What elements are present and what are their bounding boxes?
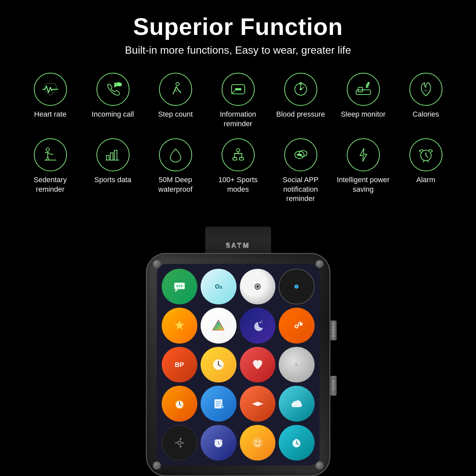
svg-marker-51 <box>213 320 224 330</box>
app-dot-blue[interactable] <box>279 269 315 305</box>
incoming-call-icon: XXX <box>104 81 122 98</box>
app-messages[interactable] <box>162 269 198 305</box>
step-count-icon-circle <box>159 73 192 106</box>
app-gear[interactable] <box>162 425 198 461</box>
feature-sleep-monitor: z z z Sleep monitor <box>334 73 393 128</box>
sedentary-icon-circle <box>34 138 67 171</box>
waterproof-label: 50M Deep waterproof <box>146 175 205 194</box>
back-button-label: BACK <box>332 380 335 391</box>
sleep-monitor-label: Sleep monitor <box>341 110 386 119</box>
svg-marker-49 <box>175 321 184 330</box>
svg-rect-79 <box>252 403 254 405</box>
svg-line-58 <box>298 322 301 322</box>
power-button[interactable]: POWER <box>330 321 337 340</box>
app-timer[interactable] <box>162 386 198 422</box>
power-button-label: POWER <box>332 323 335 338</box>
heart-rate-label: Heart rate <box>34 110 67 119</box>
blood-pressure-icon-circle <box>284 73 317 106</box>
back-button[interactable]: BACK <box>330 376 337 396</box>
heart-rate-icon <box>42 81 59 98</box>
alarm-icon <box>417 146 434 163</box>
screw-bottom-left <box>153 462 161 469</box>
screw-bottom-right <box>316 462 323 469</box>
app-weather[interactable] <box>162 308 198 344</box>
feature-incoming-call: XXX Incoming call <box>83 73 143 128</box>
app-camera[interactable] <box>240 269 276 305</box>
power-saving-icon-circle <box>347 138 380 171</box>
app-timer2[interactable] <box>279 425 315 461</box>
app-dot2[interactable] <box>279 347 315 383</box>
calories-icon-circle <box>409 73 442 106</box>
app-alarm[interactable] <box>201 425 237 461</box>
app-fitness[interactable] <box>240 386 276 422</box>
sleep-monitor-icon: z z z <box>355 81 372 98</box>
feature-power-saving: Intelligent power saving <box>334 138 393 204</box>
svg-line-40 <box>428 161 429 162</box>
alarm-label: Alarm <box>416 175 435 185</box>
app-music[interactable] <box>279 308 315 344</box>
calories-icon <box>417 81 434 98</box>
svg-line-39 <box>423 161 424 162</box>
svg-point-52 <box>260 322 261 323</box>
feature-sports-modes: 100+ Sports modes <box>209 138 268 204</box>
feature-waterproof: 50M Deep waterproof <box>146 138 205 204</box>
sports-modes-icon-circle <box>222 138 255 171</box>
app-clock[interactable] <box>201 347 237 383</box>
features-grid-row1: Heart rate XXX Incoming call <box>21 73 456 204</box>
svg-point-46 <box>256 285 259 288</box>
band-top: 5ATM <box>205 227 271 253</box>
svg-text:z: z <box>368 81 369 84</box>
svg-point-6 <box>239 89 241 90</box>
waterproof-icon <box>167 146 184 163</box>
sedentary-label: Sedentary reminder <box>21 175 80 194</box>
svg-point-59 <box>299 322 303 326</box>
svg-point-54 <box>262 323 263 324</box>
heart-rate-icon-circle <box>34 73 67 106</box>
svg-point-85 <box>178 441 181 444</box>
sports-data-icon <box>104 146 122 163</box>
sleep-monitor-icon-circle: z z z <box>347 73 380 106</box>
sports-data-label: Sports data <box>94 175 131 185</box>
svg-point-44 <box>181 285 182 287</box>
app-emoji[interactable] <box>240 425 276 461</box>
feature-sedentary: Sedentary reminder <box>21 138 80 204</box>
feature-alarm: Alarm <box>396 138 456 204</box>
social-app-icon <box>292 146 309 163</box>
svg-rect-19 <box>106 155 109 160</box>
calories-label: Calories <box>412 110 439 119</box>
svg-point-42 <box>176 285 178 287</box>
sports-data-icon-circle <box>97 138 129 171</box>
svg-point-64 <box>295 363 298 366</box>
info-reminder-label: Information reminder <box>209 110 268 128</box>
feature-sports-data: Sports data <box>83 138 143 204</box>
feature-blood-pressure: Blood pressure <box>271 73 330 128</box>
svg-point-48 <box>295 286 297 288</box>
screw-top-left <box>153 260 161 268</box>
svg-point-43 <box>179 285 180 287</box>
svg-point-56 <box>295 325 297 327</box>
svg-point-65 <box>298 362 300 364</box>
app-bp[interactable]: BP <box>162 347 198 383</box>
app-drive[interactable] <box>201 308 237 344</box>
svg-point-53 <box>261 321 262 322</box>
svg-point-4 <box>235 89 237 90</box>
app-sleep[interactable] <box>240 308 276 344</box>
feature-step-count: Step count <box>146 73 205 128</box>
svg-line-38 <box>426 155 428 157</box>
app-cloud[interactable] <box>279 386 315 422</box>
sports-modes-label: 100+ Sports modes <box>209 175 268 194</box>
waterproof-icon-circle <box>159 138 192 171</box>
feature-info-reminder: Information reminder <box>209 73 268 128</box>
app-o2[interactable]: O₂ <box>201 269 237 305</box>
svg-rect-80 <box>261 403 263 405</box>
app-notes[interactable] <box>201 386 237 422</box>
screw-top-right <box>316 260 323 268</box>
incoming-call-icon-circle: XXX <box>97 73 129 106</box>
feature-calories: Calories <box>396 73 456 128</box>
app-health[interactable] <box>240 347 276 383</box>
svg-rect-20 <box>110 153 113 160</box>
info-reminder-icon-circle <box>222 73 255 106</box>
svg-point-2 <box>176 82 179 86</box>
svg-line-10 <box>301 87 304 89</box>
info-reminder-icon <box>230 81 247 98</box>
